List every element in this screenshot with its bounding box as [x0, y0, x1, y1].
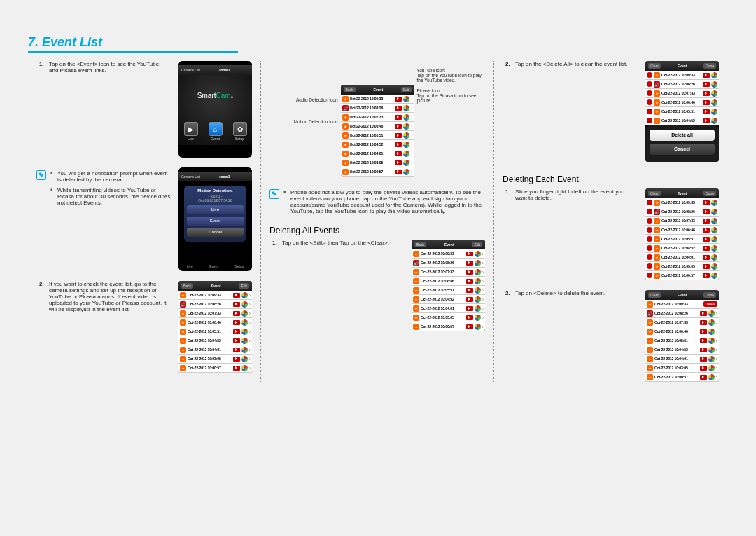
event-row[interactable]: ✦ Oct-22-2012 10:04:52 [645, 116, 719, 125]
picasa-icon[interactable] [403, 105, 410, 111]
remove-icon[interactable] [647, 218, 652, 224]
picasa-icon[interactable] [403, 151, 410, 157]
picasa-icon[interactable] [241, 329, 248, 335]
event-row[interactable]: ✦ Oct-22-2012 10:05:51 › [341, 131, 414, 140]
remove-icon[interactable] [647, 245, 652, 251]
youtube-icon[interactable] [395, 160, 402, 165]
event-row[interactable]: 🔊 Oct-22-2012 10:08:26 [645, 207, 719, 217]
youtube-icon[interactable] [703, 255, 710, 260]
event-row[interactable]: ✦ Oct-22-2012 10:09:33 Delete [645, 300, 719, 309]
picasa-icon[interactable] [708, 347, 715, 353]
event-row[interactable]: 🔊 Oct-22-2012 10:08:26 › [341, 104, 414, 113]
picasa-icon[interactable] [475, 296, 481, 303]
remove-icon[interactable] [647, 200, 652, 205]
youtube-icon[interactable] [703, 273, 710, 278]
event-row[interactable]: ✦ Oct-22-2012 10:04:52 [645, 244, 719, 253]
event-button[interactable]: ⌂Event [208, 122, 223, 141]
youtube-icon[interactable] [395, 106, 402, 111]
youtube-icon[interactable] [466, 288, 473, 293]
picasa-icon[interactable] [711, 263, 718, 270]
event-row[interactable]: ✦ Oct-22-2012 10:04:01 › [412, 304, 485, 313]
picasa-icon[interactable] [475, 278, 481, 284]
remove-icon[interactable] [647, 99, 652, 105]
youtube-icon[interactable] [233, 366, 240, 371]
event-row[interactable]: ✦ Oct-22-2012 10:09:33 › [412, 249, 485, 259]
youtube-icon[interactable] [395, 97, 402, 102]
picasa-icon[interactable] [475, 305, 481, 312]
picasa-icon[interactable] [475, 260, 481, 266]
youtube-icon[interactable] [466, 324, 473, 329]
youtube-icon[interactable] [395, 115, 402, 120]
picasa-icon[interactable] [403, 96, 410, 102]
event-row[interactable]: 🔊 Oct-22-2012 10:08:26 › [645, 309, 719, 318]
picasa-icon[interactable] [708, 329, 715, 335]
picasa-icon[interactable] [475, 269, 481, 275]
picasa-icon[interactable] [403, 142, 410, 148]
event-row[interactable]: ✦ Oct-22-2012 10:04:01 [645, 253, 719, 262]
event-row[interactable]: ✦ Oct-22-2012 10:05:51 › [178, 327, 252, 336]
picasa-icon[interactable] [241, 301, 248, 308]
youtube-icon[interactable] [700, 375, 707, 380]
event-row[interactable]: ✦ Oct-22-2012 10:06:46 › [645, 327, 719, 336]
event-row[interactable]: ✦ Oct-22-2012 10:07:33 › [178, 309, 252, 318]
picasa-icon[interactable] [711, 227, 718, 233]
event-row[interactable]: ✦ Oct-22-2012 10:00:57 › [412, 322, 485, 331]
youtube-icon[interactable] [703, 109, 710, 114]
youtube-icon[interactable] [466, 270, 473, 275]
picasa-icon[interactable] [708, 310, 715, 317]
picasa-icon[interactable] [711, 81, 718, 88]
remove-icon[interactable] [647, 72, 652, 78]
notif-event-button[interactable]: Event [187, 217, 244, 226]
youtube-icon[interactable] [700, 338, 707, 343]
event-row[interactable]: ✦ Oct-22-2012 10:04:52 › [341, 140, 414, 149]
picasa-icon[interactable] [708, 365, 715, 371]
youtube-icon[interactable] [703, 246, 710, 251]
event-row[interactable]: 🔊 Oct-22-2012 10:08:26 › [178, 300, 252, 309]
remove-icon[interactable] [647, 81, 652, 87]
event-row[interactable]: ✦ Oct-22-2012 10:09:33 [645, 71, 719, 80]
event-row[interactable]: ✦ Oct-22-2012 10:03:05 [645, 262, 719, 271]
youtube-icon[interactable] [466, 252, 473, 256]
event-row[interactable]: ✦ Oct-22-2012 10:03:05 › [341, 158, 414, 167]
youtube-icon[interactable] [700, 366, 707, 371]
notif-cancel-button[interactable]: Cancel [187, 228, 244, 237]
remove-icon[interactable] [647, 273, 652, 278]
event-row[interactable]: ✦ Oct-22-2012 10:07:33 › [412, 268, 485, 277]
youtube-icon[interactable] [700, 357, 707, 362]
picasa-icon[interactable] [711, 273, 718, 279]
event-row[interactable]: ✦ Oct-22-2012 10:04:01 › [645, 355, 719, 364]
picasa-icon[interactable] [403, 169, 410, 175]
remove-icon[interactable] [647, 118, 652, 123]
picasa-icon[interactable] [711, 209, 718, 215]
youtube-icon[interactable] [703, 219, 710, 224]
event-row[interactable]: ✦ Oct-22-2012 10:09:33 › [178, 291, 252, 300]
youtube-icon[interactable] [395, 170, 402, 174]
event-row[interactable]: ✦ Oct-22-2012 10:07:33 [645, 89, 719, 98]
remove-icon[interactable] [647, 236, 652, 242]
event-row[interactable]: ✦ Oct-22-2012 10:05:51 [645, 235, 719, 244]
picasa-icon[interactable] [708, 338, 715, 344]
youtube-icon[interactable] [703, 264, 710, 269]
youtube-icon[interactable] [700, 329, 707, 334]
picasa-icon[interactable] [241, 365, 248, 371]
youtube-icon[interactable] [395, 151, 402, 156]
youtube-icon[interactable] [233, 311, 240, 316]
youtube-icon[interactable] [703, 228, 710, 233]
picasa-icon[interactable] [711, 118, 718, 124]
youtube-icon[interactable] [703, 118, 710, 123]
picasa-icon[interactable] [711, 236, 718, 242]
event-row[interactable]: ✦ Oct-22-2012 10:07:33 › [341, 113, 414, 122]
event-row[interactable]: ✦ Oct-22-2012 10:09:33 › [341, 95, 414, 104]
event-row[interactable]: ✦ Oct-22-2012 10:05:51 › [645, 336, 719, 345]
live-button[interactable]: ▶Live [183, 122, 199, 141]
youtube-icon[interactable] [700, 348, 707, 352]
delete-all-button[interactable]: Delete all [650, 130, 715, 141]
remove-icon[interactable] [647, 254, 652, 260]
event-row[interactable]: ✦ Oct-22-2012 10:00:57 › [178, 364, 252, 373]
event-row[interactable]: ✦ Oct-22-2012 10:04:01 › [341, 149, 414, 158]
youtube-icon[interactable] [703, 91, 710, 96]
picasa-icon[interactable] [708, 374, 715, 380]
youtube-icon[interactable] [233, 329, 240, 334]
event-row[interactable]: 🔊 Oct-22-2012 10:08:26 › [412, 259, 485, 268]
remove-icon[interactable] [647, 227, 652, 233]
